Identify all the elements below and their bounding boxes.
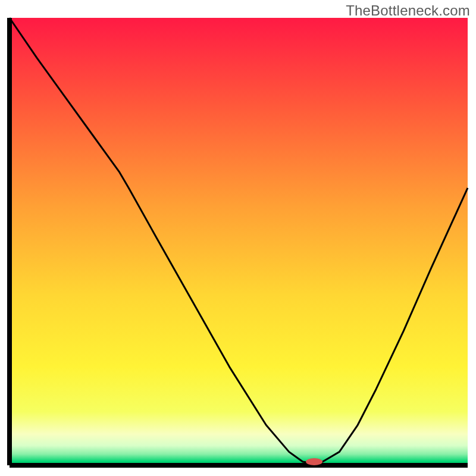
chart-container: TheBottleneck.com	[0, 0, 476, 476]
plot-background	[10, 18, 468, 465]
optimal-marker	[306, 458, 322, 465]
bottleneck-chart	[0, 0, 476, 476]
